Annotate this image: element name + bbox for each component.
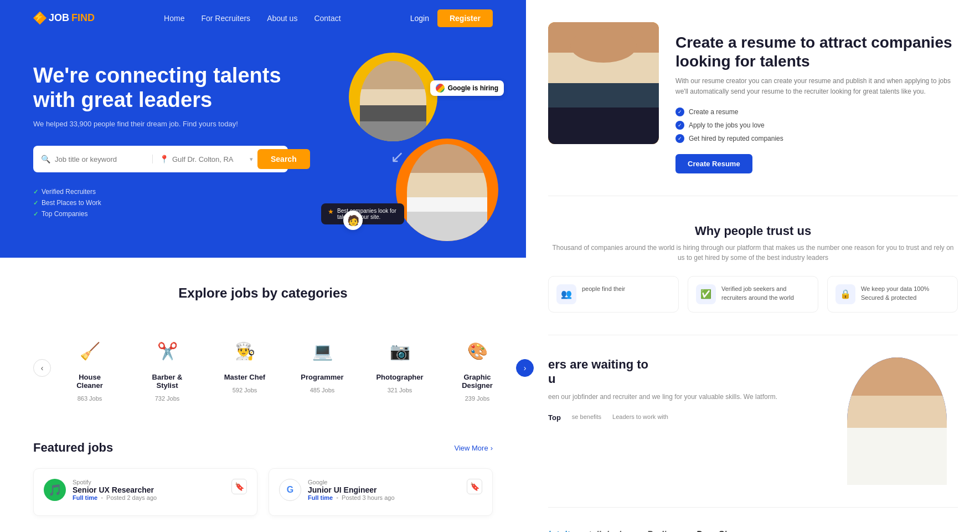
location-icon: 📍 — [159, 155, 169, 163]
search-button[interactable]: Search — [257, 149, 310, 169]
job-card-spotify[interactable]: 🎵 Spotify Senior UX Researcher Full time… — [33, 468, 257, 516]
nav-about[interactable]: About us — [267, 14, 297, 23]
category-name-programmer: Programmer — [301, 373, 343, 381]
trust-card-text-2: Verified job seekers and recruiters arou… — [721, 284, 810, 303]
category-name-photographer: Photographer — [376, 373, 423, 381]
trust-icon-1: 👥 — [556, 284, 576, 304]
featured-jobs-section: Featured jobs View More › 🎵 Spotify Seni… — [0, 441, 526, 532]
location-input[interactable] — [172, 155, 244, 163]
resume-hero: Create a resume to attract companies loo… — [548, 22, 958, 173]
resume-section: Create a resume to attract companies loo… — [548, 22, 958, 196]
employers-stat-leaders: Leaders to work with — [612, 413, 668, 422]
employers-section: ers are waiting to u een our jobfinder a… — [548, 357, 958, 508]
trust-card-text-1: people find their — [582, 284, 625, 294]
category-photographer[interactable]: 📷 Photographer 321 Jobs — [367, 323, 433, 413]
login-button[interactable]: Login — [410, 14, 429, 23]
job-title-spotify: Senior UX Researcher — [73, 485, 225, 494]
category-name-graphic-designer: Graphic Designer — [453, 373, 502, 390]
hero-content: We're connecting talents with great lead… — [33, 64, 288, 218]
job-type-spotify: Full time — [73, 494, 97, 501]
nav-recruiters[interactable]: For Recruiters — [201, 14, 250, 23]
jobs-grid: 🎵 Spotify Senior UX Researcher Full time… — [33, 468, 493, 516]
brand-podium: 🛡Podium — [640, 530, 679, 532]
bookmark-button-spotify[interactable]: 🔖 — [231, 479, 247, 494]
category-house-cleaner[interactable]: 🧹 House Cleaner 863 Jobs — [56, 323, 123, 413]
category-programmer[interactable]: 💻 Programmer 485 Jobs — [289, 323, 355, 413]
bookmark-button-google[interactable]: 🔖 — [467, 479, 482, 494]
trust-description: Thousand of companies around the world i… — [548, 243, 958, 263]
categories-wrapper: ‹ 🧹 House Cleaner 863 Jobs ✂️ Barber & S… — [33, 323, 493, 413]
tag-verified: Verified Recruiters — [33, 188, 288, 196]
nav-contact[interactable]: Contact — [314, 14, 341, 23]
hero-images: Google is hiring ↙ ★ Best companies look… — [321, 47, 509, 258]
featured-jobs-title: Featured jobs — [33, 441, 113, 455]
carousel-next-button[interactable]: › — [516, 359, 534, 377]
category-count-programmer: 485 Jobs — [310, 387, 335, 393]
brand-docusign: DocuSign — [696, 530, 737, 532]
brands-list: intuit :talkdesk 🛡Podium DocuSign — [548, 530, 958, 532]
hero-title: We're connecting talents with great lead… — [33, 64, 288, 112]
create-resume-button[interactable]: Create Resume — [675, 154, 752, 173]
employers-title: ers are waiting to u — [548, 357, 831, 386]
view-more-link[interactable]: View More › — [454, 444, 493, 452]
nav-home[interactable]: Home — [164, 14, 184, 23]
job-info-google: Google Junior UI Engineer Full time • Po… — [308, 479, 460, 501]
category-count-graphic-designer: 239 Jobs — [465, 395, 490, 402]
resume-check-3: ✓ Get hired by reputed companies — [675, 134, 958, 143]
register-button[interactable]: Register — [437, 9, 493, 27]
employers-image-container — [847, 357, 958, 485]
check-icon-1: ✓ — [675, 108, 684, 116]
resume-check-1: ✓ Create a resume — [675, 108, 958, 116]
hero-section: We're connecting talents with great lead… — [0, 36, 526, 258]
location-input-group: 📍 ▾ — [152, 155, 253, 163]
logo-job-text: JOB — [49, 12, 69, 24]
category-chef[interactable]: 👨‍🍳 Master Chef 592 Jobs — [212, 323, 278, 413]
category-count-house-cleaner: 863 Jobs — [78, 395, 102, 402]
check-icon-3: ✓ — [675, 134, 684, 143]
resume-checklist: ✓ Create a resume ✓ Apply to the jobs yo… — [675, 108, 958, 143]
brands-section: intuit :talkdesk 🛡Podium DocuSign — [548, 530, 958, 532]
job-card-header-google: G Google Junior UI Engineer Full time • … — [279, 479, 482, 501]
categories-title: Explore jobs by categories — [33, 285, 493, 301]
search-input[interactable] — [55, 155, 148, 163]
employers-title-text-2: u — [548, 372, 555, 386]
logo[interactable]: ⚡ JOB FIND — [33, 12, 95, 25]
job-company-spotify: Spotify — [73, 479, 225, 485]
hero-tags: Verified Recruiters Best Places to Work … — [33, 188, 288, 218]
employers-content: ers are waiting to u een our jobfinder a… — [548, 357, 831, 422]
job-card-header-spotify: 🎵 Spotify Senior UX Researcher Full time… — [44, 479, 247, 501]
google-logo-icon — [436, 84, 445, 93]
employers-stat-top: Top — [548, 413, 561, 422]
resume-person-image — [548, 22, 659, 144]
resume-description: With our resume creator you can create y… — [675, 76, 958, 97]
arrow-right-icon: › — [491, 444, 493, 452]
dot-separator-2: • — [336, 494, 338, 501]
category-name-barber: Barber & Stylist — [143, 373, 192, 390]
hero-subtitle: We helped 33,900 people find their dream… — [33, 120, 288, 128]
job-posted-google: Posted 3 hours ago — [342, 494, 394, 501]
check-icon-2: ✓ — [675, 121, 684, 130]
category-name-house-cleaner: House Cleaner — [65, 373, 114, 390]
job-card-google[interactable]: G Google Junior UI Engineer Full time • … — [269, 468, 493, 516]
trust-title: Why people trust us — [548, 224, 958, 238]
job-meta-spotify: Full time • Posted 2 days ago — [73, 494, 225, 501]
resume-title: Create a resume to attract companies loo… — [675, 33, 958, 70]
trust-stats: 👥 people find their ✅ Verified job seeke… — [548, 276, 958, 313]
stat-top-label: Top — [548, 413, 561, 422]
person-bubble-1 — [349, 53, 437, 141]
tag-best-places: Best Places to Work — [33, 199, 288, 207]
stat-leaders-label: Leaders to work with — [612, 413, 668, 420]
category-barber[interactable]: ✂️ Barber & Stylist 732 Jobs — [134, 323, 200, 413]
navbar: ⚡ JOB FIND Home For Recruiters About us … — [0, 0, 526, 36]
brand-intuit: intuit — [548, 530, 570, 532]
arrow-curve: ↙ — [390, 147, 404, 166]
google-hiring-badge: Google is hiring — [430, 80, 504, 96]
carousel-prev-button[interactable]: ‹ — [33, 359, 51, 377]
programmer-icon: 💻 — [306, 334, 339, 367]
category-count-photographer: 321 Jobs — [388, 387, 412, 393]
category-graphic-designer[interactable]: 🎨 Graphic Designer 239 Jobs — [444, 323, 510, 413]
categories-grid: 🧹 House Cleaner 863 Jobs ✂️ Barber & Sty… — [56, 323, 510, 413]
logo-find-text: FIND — [71, 12, 95, 24]
logo-icon: ⚡ — [33, 12, 47, 25]
trust-section: Why people trust us Thousand of companie… — [548, 224, 958, 335]
